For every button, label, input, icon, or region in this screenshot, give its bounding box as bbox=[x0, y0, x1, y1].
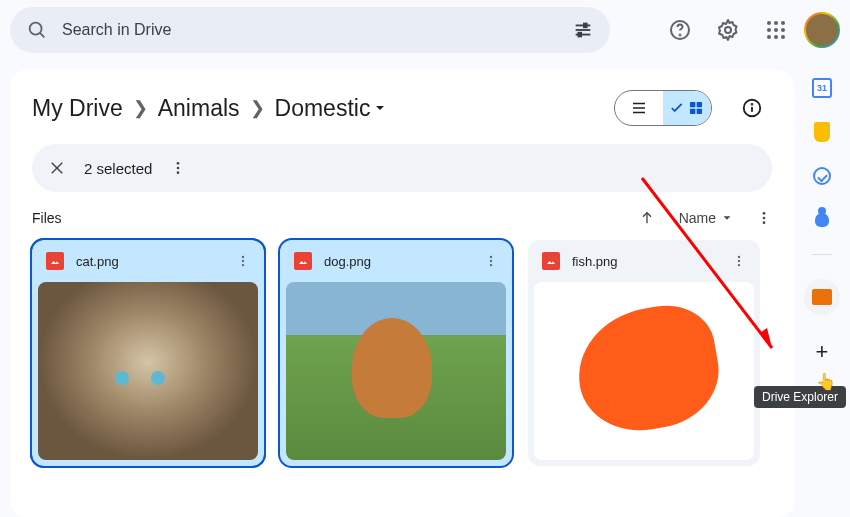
breadcrumb-root[interactable]: My Drive bbox=[32, 95, 123, 122]
svg-rect-23 bbox=[697, 102, 702, 107]
svg-point-15 bbox=[781, 28, 785, 32]
svg-point-43 bbox=[490, 264, 492, 266]
svg-point-45 bbox=[738, 260, 740, 262]
file-name: fish.png bbox=[572, 254, 720, 269]
svg-point-41 bbox=[490, 256, 492, 258]
svg-point-38 bbox=[242, 256, 244, 258]
divider bbox=[812, 254, 832, 255]
svg-point-12 bbox=[781, 21, 785, 25]
svg-point-36 bbox=[763, 217, 766, 220]
svg-point-8 bbox=[680, 35, 681, 36]
breadcrumb-current-label: Domestic bbox=[275, 95, 371, 122]
help-button[interactable] bbox=[660, 10, 700, 50]
svg-point-31 bbox=[177, 162, 180, 165]
caret-down-icon bbox=[374, 102, 386, 114]
image-file-icon bbox=[542, 252, 560, 270]
files-section-label: Files bbox=[32, 210, 62, 226]
sort-by-button[interactable]: Name bbox=[679, 210, 732, 226]
svg-point-33 bbox=[177, 171, 180, 174]
tasks-app-button[interactable] bbox=[812, 166, 832, 186]
selection-bar: 2 selected bbox=[32, 144, 772, 192]
main-content: My Drive ❯ Animals ❯ Domestic bbox=[10, 70, 794, 517]
selection-count: 2 selected bbox=[84, 160, 152, 177]
file-more-button[interactable] bbox=[236, 254, 250, 268]
file-thumbnail bbox=[286, 282, 506, 460]
search-options-icon[interactable] bbox=[572, 19, 594, 41]
sort-by-label: Name bbox=[679, 210, 716, 226]
breadcrumb: My Drive ❯ Animals ❯ Domestic bbox=[32, 95, 606, 122]
account-avatar[interactable] bbox=[804, 12, 840, 48]
svg-point-10 bbox=[767, 21, 771, 25]
file-card[interactable]: fish.png bbox=[528, 240, 760, 466]
view-toggle bbox=[614, 90, 712, 126]
svg-point-40 bbox=[242, 264, 244, 266]
settings-button[interactable] bbox=[708, 10, 748, 50]
file-grid: cat.png dog.png bbox=[32, 240, 772, 466]
info-button[interactable] bbox=[732, 88, 772, 128]
svg-point-35 bbox=[763, 212, 766, 215]
svg-point-28 bbox=[752, 104, 753, 105]
file-more-button[interactable] bbox=[484, 254, 498, 268]
file-name: dog.png bbox=[324, 254, 472, 269]
chevron-right-icon: ❯ bbox=[133, 97, 148, 119]
svg-rect-5 bbox=[584, 24, 587, 28]
svg-rect-6 bbox=[578, 33, 581, 37]
search-input[interactable] bbox=[62, 21, 558, 39]
svg-line-1 bbox=[40, 33, 44, 37]
side-panel: 31 + bbox=[802, 78, 842, 365]
file-thumbnail bbox=[534, 282, 754, 460]
svg-point-14 bbox=[774, 28, 778, 32]
svg-point-37 bbox=[763, 221, 766, 224]
image-file-icon bbox=[46, 252, 64, 270]
file-card[interactable]: cat.png bbox=[32, 240, 264, 466]
file-card[interactable]: dog.png bbox=[280, 240, 512, 466]
svg-point-44 bbox=[738, 256, 740, 258]
svg-point-0 bbox=[30, 23, 42, 35]
contacts-app-button[interactable] bbox=[812, 210, 832, 230]
svg-point-42 bbox=[490, 260, 492, 262]
svg-rect-25 bbox=[697, 109, 702, 114]
svg-rect-22 bbox=[690, 102, 695, 107]
svg-point-17 bbox=[774, 35, 778, 39]
calendar-app-button[interactable]: 31 bbox=[812, 78, 832, 98]
drive-explorer-button[interactable] bbox=[804, 279, 840, 315]
svg-point-32 bbox=[177, 167, 180, 170]
svg-point-9 bbox=[725, 27, 731, 33]
sort-direction-button[interactable] bbox=[639, 210, 655, 226]
breadcrumb-folder[interactable]: Animals bbox=[158, 95, 240, 122]
files-more-button[interactable] bbox=[756, 210, 772, 226]
svg-point-13 bbox=[767, 28, 771, 32]
svg-point-11 bbox=[774, 21, 778, 25]
selection-more-button[interactable] bbox=[170, 160, 186, 176]
svg-rect-24 bbox=[690, 109, 695, 114]
tooltip: Drive Explorer bbox=[754, 386, 846, 408]
file-thumbnail bbox=[38, 282, 258, 460]
search-bar[interactable] bbox=[10, 7, 610, 53]
svg-point-16 bbox=[767, 35, 771, 39]
list-view-button[interactable] bbox=[615, 91, 663, 125]
grid-view-button[interactable] bbox=[663, 91, 711, 125]
svg-point-46 bbox=[738, 264, 740, 266]
chevron-right-icon: ❯ bbox=[250, 97, 265, 119]
add-addon-button[interactable]: + bbox=[816, 339, 829, 365]
apps-button[interactable] bbox=[756, 10, 796, 50]
image-file-icon bbox=[294, 252, 312, 270]
svg-point-39 bbox=[242, 260, 244, 262]
svg-point-18 bbox=[781, 35, 785, 39]
search-icon bbox=[26, 19, 48, 41]
clear-selection-button[interactable] bbox=[48, 159, 66, 177]
keep-app-button[interactable] bbox=[812, 122, 832, 142]
file-more-button[interactable] bbox=[732, 254, 746, 268]
file-name: cat.png bbox=[76, 254, 224, 269]
breadcrumb-current[interactable]: Domestic bbox=[275, 95, 387, 122]
